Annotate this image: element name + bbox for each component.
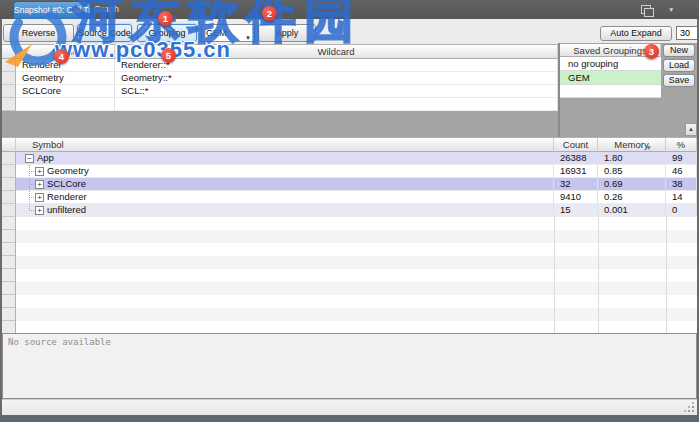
- symbol-column-header[interactable]: Symbol: [16, 138, 554, 152]
- titlebar: Snapshot #0: Call Tree Graph ▼: [0, 0, 699, 19]
- row-selector-column: [2, 217, 16, 334]
- percent-cell: 14: [666, 191, 697, 204]
- symbol-cell[interactable]: + SCLCore: [16, 178, 554, 191]
- symbol-row-sclcore-selected[interactable]: + SCLCore 32 0.69 38: [2, 178, 697, 191]
- new-grouping-button[interactable]: New: [663, 44, 695, 57]
- memory-cell: 1.80: [598, 152, 666, 165]
- row-selector[interactable]: [2, 59, 16, 72]
- saved-grouping-item-selected[interactable]: GEM: [560, 71, 661, 85]
- tab-call-tree[interactable]: Snapshot #0: Call Tree: [13, 1, 91, 19]
- grouping-name-cell[interactable]: [16, 98, 115, 111]
- row-selector[interactable]: [2, 204, 16, 217]
- symbol-label: Renderer: [47, 191, 87, 203]
- reverse-hierarchy-button[interactable]: Reverse Hierarchy: [3, 24, 74, 42]
- memory-cell: 0.85: [598, 165, 666, 178]
- symbol-header-row: Symbol Count Memory ▼ %: [2, 138, 697, 152]
- memory-cell: 0.001: [598, 204, 666, 217]
- toolbar: Reverse Hierarchy Source Code Grouping E…: [2, 19, 697, 44]
- status-bar: [2, 399, 697, 415]
- apply-grouping-button[interactable]: Apply Grouping: [258, 24, 316, 42]
- load-grouping-button[interactable]: Load: [663, 59, 695, 72]
- cascade-windows-icon[interactable]: [641, 5, 651, 14]
- window-border-left: [0, 19, 2, 422]
- grouping-name-cell[interactable]: Renderer: [16, 59, 115, 72]
- symbol-table-empty-area: [2, 217, 697, 334]
- symbol-label: App: [37, 152, 54, 164]
- row-selector[interactable]: [2, 165, 16, 178]
- count-cell: 26388: [554, 152, 598, 165]
- source-code-button[interactable]: Source Code: [77, 24, 132, 42]
- row-selector[interactable]: [2, 98, 16, 111]
- saved-groupings-panel: Saved Groupings no grouping GEM New Load…: [560, 43, 697, 137]
- symbol-row-unfiltered[interactable]: + unfiltered 15 0.001 0: [2, 204, 697, 217]
- memory-cell: 0.26: [598, 191, 666, 204]
- grouping-row[interactable]: Renderer Renderer::*: [2, 59, 558, 72]
- saved-groupings-header: Saved Groupings: [560, 44, 661, 57]
- tree-line: [29, 210, 34, 211]
- column-divider: [554, 217, 555, 334]
- grouping-wildcard-column-header[interactable]: Wildcard: [115, 45, 558, 59]
- symbol-label: unfiltered: [47, 204, 86, 216]
- count-cell: 15: [554, 204, 598, 217]
- symbol-row-renderer[interactable]: + Renderer 9410 0.26 14: [2, 191, 697, 204]
- symbol-cell[interactable]: − App: [16, 152, 554, 165]
- grouping-wildcard-cell[interactable]: Geometry::*: [115, 72, 558, 85]
- tree-line: [29, 197, 34, 198]
- row-selector[interactable]: [2, 152, 16, 165]
- grouping-dropdown-value: GEM: [206, 28, 227, 38]
- memory-header-label: Memory: [614, 139, 648, 150]
- grouping-row-empty[interactable]: [2, 98, 558, 111]
- symbol-cell[interactable]: + Geometry: [16, 165, 554, 178]
- memory-column-header[interactable]: Memory ▼: [598, 138, 666, 152]
- expand-icon[interactable]: +: [35, 180, 44, 189]
- grouping-name-cell[interactable]: Geometry: [16, 72, 115, 85]
- percent-cell: 46: [666, 165, 697, 178]
- expand-icon[interactable]: +: [35, 206, 44, 215]
- grouping-row[interactable]: SCLCore SCL::*: [2, 85, 558, 98]
- collapse-icon[interactable]: −: [25, 154, 34, 163]
- grouping-editor-grid: Name Wildcard Renderer Renderer::* Geome…: [2, 44, 558, 138]
- source-message: No source available: [3, 334, 696, 350]
- saved-grouping-item[interactable]: no grouping: [560, 57, 661, 71]
- count-column-header[interactable]: Count: [554, 138, 598, 152]
- resize-grip-icon[interactable]: [692, 410, 694, 412]
- column-divider: [666, 217, 667, 334]
- grouping-name-column-header[interactable]: Name: [16, 45, 115, 59]
- percent-column-header[interactable]: %: [666, 138, 697, 152]
- saved-grouping-item-empty[interactable]: [560, 85, 661, 98]
- scroll-up-button[interactable]: ▲: [685, 123, 697, 136]
- row-selector[interactable]: [2, 191, 16, 204]
- symbol-table: Symbol Count Memory ▼ % − App 26388 1.80…: [2, 137, 697, 334]
- row-selector[interactable]: [2, 72, 16, 85]
- expand-icon[interactable]: +: [35, 167, 44, 176]
- percent-cell: 99: [666, 152, 697, 165]
- grouping-row[interactable]: Geometry Geometry::*: [2, 72, 558, 85]
- grouping-name-cell[interactable]: SCLCore: [16, 85, 115, 98]
- scroll-up-icon: ▲: [688, 126, 694, 132]
- symbol-cell[interactable]: + unfiltered: [16, 204, 554, 217]
- percent-cell: 0: [666, 204, 697, 217]
- count-cell: 9410: [554, 191, 598, 204]
- memory-cell: 0.69: [598, 178, 666, 191]
- symbol-label: SCLCore: [47, 178, 86, 190]
- symbol-cell[interactable]: + Renderer: [16, 191, 554, 204]
- percent-cell: 38: [666, 178, 697, 191]
- auto-expand-input[interactable]: [676, 26, 698, 40]
- save-grouping-button[interactable]: Save: [663, 74, 695, 87]
- expand-icon[interactable]: +: [35, 193, 44, 202]
- source-code-panel: No source available: [2, 333, 697, 399]
- row-selector[interactable]: [2, 178, 16, 191]
- grouping-wildcard-cell[interactable]: Renderer::*: [115, 59, 558, 72]
- grouping-editor-button[interactable]: Grouping Editor: [137, 24, 197, 42]
- grouping-header-row: Name Wildcard: [2, 45, 558, 59]
- tab-graph[interactable]: Graph: [94, 4, 119, 14]
- titlebar-dropdown-arrow-icon[interactable]: ▼: [668, 6, 674, 13]
- symbol-row-geometry[interactable]: + Geometry 16931 0.85 46: [2, 165, 697, 178]
- grouping-dropdown[interactable]: GEM ▼: [201, 24, 255, 42]
- auto-expand-button[interactable]: Auto Expand: [600, 26, 672, 41]
- row-selector[interactable]: [2, 85, 16, 98]
- window-border-bottom: [0, 415, 699, 422]
- grouping-wildcard-cell[interactable]: SCL::*: [115, 85, 558, 98]
- grouping-wildcard-cell[interactable]: [115, 98, 558, 111]
- symbol-row-app[interactable]: − App 26388 1.80 99: [2, 152, 697, 165]
